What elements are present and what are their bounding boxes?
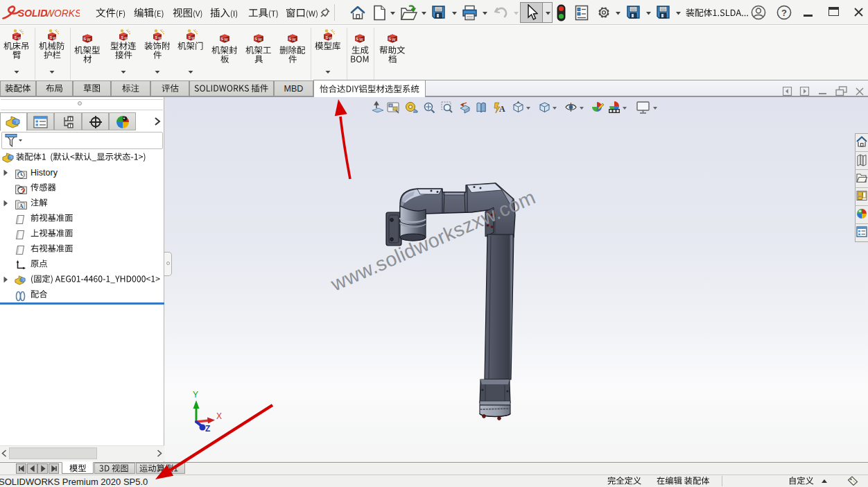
svg-text:?: ? (781, 8, 787, 18)
svg-text:S: S (15, 35, 17, 40)
svg-text:W: W (329, 36, 333, 40)
svg-text:S: S (189, 35, 191, 40)
svg-text:W: W (224, 37, 228, 42)
svg-text:A: A (499, 104, 505, 114)
svg-text:W: W (87, 37, 91, 42)
svg-text:W: W (258, 37, 262, 42)
svg-text:W: W (17, 36, 21, 40)
svg-text:S: S (388, 37, 391, 41)
svg-text:W: W (124, 36, 128, 40)
svg-text:S: S (50, 35, 53, 40)
svg-text:S: S (356, 37, 358, 41)
svg-text:W: W (359, 37, 363, 42)
svg-text:WORKS: WORKS (45, 8, 80, 19)
svg-text:S: S (155, 35, 158, 40)
svg-text:A: A (19, 203, 24, 210)
svg-text:W: W (292, 37, 296, 42)
svg-text:S: S (121, 35, 124, 40)
svg-text:S: S (288, 37, 291, 41)
svg-text:W: W (392, 37, 396, 42)
svg-text:SOLID: SOLID (18, 8, 47, 19)
svg-text:W: W (53, 36, 57, 40)
svg-text:W: W (158, 36, 162, 40)
svg-text:S: S (254, 37, 257, 41)
svg-text:S: S (326, 35, 329, 40)
svg-text:S: S (83, 37, 86, 41)
svg-text:W: W (191, 36, 196, 40)
svg-text:S: S (220, 37, 223, 41)
